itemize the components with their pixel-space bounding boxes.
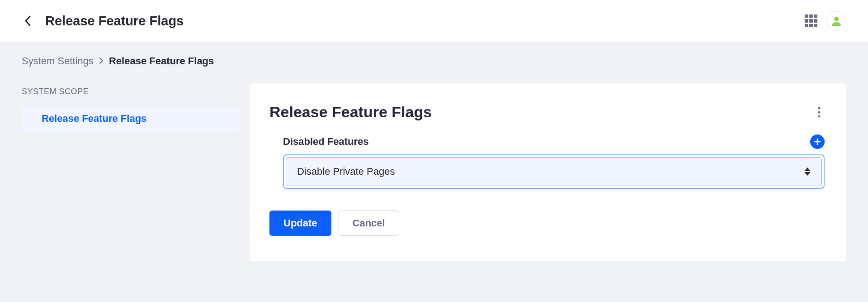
- breadcrumb-parent-link[interactable]: System Settings: [22, 55, 94, 67]
- apps-icon-dot: [814, 14, 817, 18]
- svg-point-2: [818, 111, 821, 113]
- apps-menu-button[interactable]: [805, 14, 817, 27]
- apps-icon-dot: [809, 24, 812, 27]
- svg-point-3: [818, 115, 821, 117]
- chevron-right-icon: [99, 55, 104, 67]
- sidebar-heading: SYSTEM SCOPE: [22, 83, 239, 105]
- header-right: [805, 11, 846, 31]
- svg-point-1: [818, 107, 821, 109]
- disabled-features-select-wrapper: Disable Private Pages: [283, 154, 825, 189]
- select-value: Disable Private Pages: [297, 166, 395, 177]
- body-row: SYSTEM SCOPE Release Feature Flags Relea…: [22, 83, 846, 261]
- sidebar: SYSTEM SCOPE Release Feature Flags: [22, 83, 239, 132]
- user-avatar-button[interactable]: [826, 11, 846, 31]
- breadcrumb-current: Release Feature Flags: [109, 55, 214, 67]
- apps-icon-dot: [805, 19, 808, 22]
- apps-icon-dot: [809, 19, 812, 22]
- apps-icon-dot: [814, 24, 817, 27]
- breadcrumb: System Settings Release Feature Flags: [22, 55, 846, 67]
- sidebar-item-release-feature-flags[interactable]: Release Feature Flags: [22, 105, 239, 132]
- apps-icon-dot: [809, 14, 812, 18]
- apps-icon-dot: [805, 14, 808, 18]
- cancel-button[interactable]: Cancel: [339, 211, 399, 236]
- app-header: Release Feature Flags: [0, 0, 868, 42]
- header-left: Release Feature Flags: [22, 14, 184, 29]
- settings-panel: Release Feature Flags Disabled Features: [250, 83, 846, 261]
- panel-title: Release Feature Flags: [269, 103, 432, 121]
- disabled-features-label: Disabled Features: [283, 136, 369, 148]
- more-options-button[interactable]: [812, 105, 826, 120]
- sort-icon: [804, 168, 811, 176]
- action-buttons: Update Cancel: [269, 211, 826, 236]
- content-area: System Settings Release Feature Flags SY…: [0, 42, 868, 275]
- more-vertical-icon: [818, 107, 821, 118]
- panel-header: Release Feature Flags: [269, 103, 826, 121]
- apps-icon-dot: [805, 24, 808, 27]
- plus-icon: [814, 138, 821, 145]
- add-feature-button[interactable]: [810, 134, 825, 149]
- update-button[interactable]: Update: [269, 211, 331, 236]
- field-header-row: Disabled Features: [269, 134, 826, 149]
- user-icon: [831, 15, 842, 26]
- back-button[interactable]: [22, 14, 34, 27]
- svg-point-0: [834, 17, 839, 21]
- page-title: Release Feature Flags: [45, 14, 184, 29]
- apps-icon-dot: [814, 19, 817, 22]
- disabled-features-select[interactable]: Disable Private Pages: [286, 157, 822, 186]
- chevron-left-icon: [24, 14, 32, 27]
